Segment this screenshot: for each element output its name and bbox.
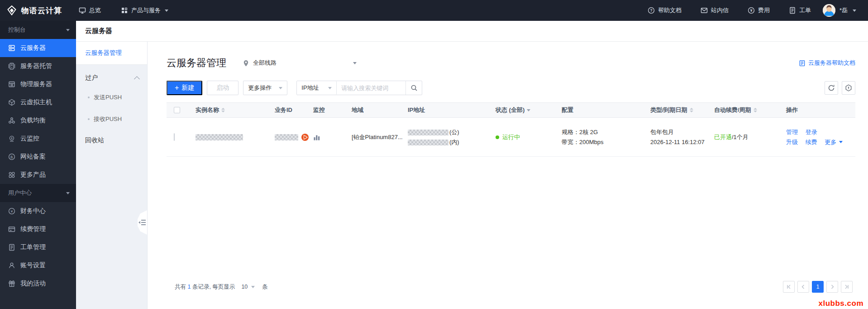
more-link[interactable]: 更多 [825,137,843,147]
svg-text:备: 备 [10,155,14,159]
column-header[interactable]: 实例名称 [196,106,275,114]
sidebar-item[interactable]: 更多产品 [0,166,76,184]
submenu-item[interactable]: 发送PUSH [76,93,147,102]
location-pin-icon [243,60,249,67]
beian-icon: 备 [8,153,15,160]
more-actions-select[interactable]: 更多操作 [243,81,287,95]
mail-icon [701,7,708,14]
ticket-manage-icon [8,244,15,251]
record-count: 1 [187,284,191,290]
sort-icon[interactable] [754,108,757,112]
navbar-menu: 总览产品与服务 [79,6,168,14]
search-input[interactable] [337,81,405,95]
sidebar-item[interactable]: 我的活动 [0,275,76,293]
next-page-icon [830,284,835,290]
page-size-select[interactable]: 10 [241,284,255,290]
monitor-chart-icon[interactable] [313,134,352,141]
submenu-group-label: 过户 [85,74,98,82]
prev-page-button[interactable] [797,281,809,293]
page-size-caret-icon [251,286,255,288]
virtual-host-icon [8,99,15,106]
instance-name-censored[interactable] [196,134,243,140]
select-all-checkbox[interactable] [174,107,180,113]
table-footer: 共有 1 条记录, 每页显示 10 条 [175,281,853,293]
manage-link[interactable]: 管理 [786,127,798,137]
avatar [823,4,835,17]
panel-collapse-handle[interactable] [138,210,147,235]
column-header[interactable]: 自动续费/周期 [714,106,786,114]
sidebar-section-header[interactable]: 控制台 [0,21,76,39]
column-header[interactable] [167,107,196,113]
user-caret-icon [853,10,856,12]
menu-bars-icon [141,220,146,225]
sidebar-item[interactable]: 备网站备案 [0,148,76,166]
column-settings-button[interactable] [842,81,855,95]
search-button[interactable] [405,81,422,95]
sidebar-item[interactable]: 云虚拟主机 [0,93,76,111]
sidebar: 控制台云服务器服务器托管物理服务器云虚拟主机负载均衡云监控备网站备案更多产品用户… [0,21,76,309]
nav-item[interactable]: 总览 [79,6,101,14]
brand-name: 物语云计算 [21,5,62,16]
renew-link[interactable]: 续费 [806,137,817,147]
nav-item[interactable]: 站内信 [701,6,729,14]
business-id-censored [275,134,298,140]
sidebar-item[interactable]: 续费管理 [0,220,76,238]
sidebar-item[interactable]: 工单管理 [0,238,76,256]
create-button[interactable]: + 新建 [167,81,202,95]
first-page-button[interactable] [783,281,795,293]
sort-icon[interactable] [221,108,225,112]
start-button[interactable]: 启动 [207,81,238,95]
sidebar-item[interactable]: 物理服务器 [0,75,76,93]
column-header[interactable]: 类型/到期日期 [650,106,714,114]
cloud-server-icon [8,44,15,52]
page-1-button[interactable]: 1 [812,281,824,293]
line-filter-select[interactable]: 全部线路 [243,59,357,67]
line-filter-value: 全部线路 [253,59,277,67]
sidebar-item[interactable]: 服务器托管 [0,57,76,75]
user-menu[interactable]: *磊 [823,4,856,17]
nav-item[interactable]: ¥费用 [748,6,770,14]
sidebar-section-header[interactable]: 用户中心 [0,184,76,202]
help-doc-link[interactable]: 云服务器帮助文档 [799,59,855,67]
upgrade-link[interactable]: 升级 [786,137,798,147]
next-page-button[interactable] [826,281,838,293]
column-header: 业务ID [275,106,313,114]
sidebar-item[interactable]: ¥财务中心 [0,202,76,220]
column-header: 监控 [313,106,352,114]
column-header[interactable]: 状态 (全部) [496,106,562,114]
caret-down-icon [66,29,70,31]
ubuntu-os-icon [301,134,309,141]
sidebar-item[interactable]: 负载均衡 [0,111,76,130]
breadcrumb-title: 云服务器 [85,27,112,35]
submenu-item-server-manage[interactable]: 云服务器管理 [85,49,147,57]
nav-item[interactable]: 产品与服务 [121,6,168,14]
last-page-button[interactable] [841,281,853,293]
brand[interactable]: 物语云计算 [0,5,72,16]
sidebar-item[interactable]: 云服务器 [0,39,76,57]
submenu-panel: 云服务器管理 过户 发送PUSH接收PUSH 回收站 [76,42,148,309]
more-products-icon [8,171,15,179]
submenu-group-transfer[interactable]: 过户 [76,65,147,82]
pagination: 1 [783,281,853,293]
status-dot [496,135,499,139]
search-type-select[interactable]: IP地址 [297,81,337,95]
nav-item[interactable]: 工单 [789,6,811,14]
sort-icon[interactable] [690,108,693,112]
sidebar-item[interactable]: 账号设置 [0,256,76,275]
row-checkbox[interactable] [174,133,175,141]
sidebar-item[interactable]: 云监控 [0,130,76,148]
column-header: IP地址 [408,106,496,114]
nav-item[interactable]: ?帮助文档 [648,6,682,14]
search-group: IP地址 [296,81,422,95]
submenu-item[interactable]: 接收PUSH [76,115,147,124]
column-header: 配置 [562,106,650,114]
refresh-button[interactable] [825,81,838,95]
svg-text:?: ? [650,8,652,13]
settings-gear-icon [845,84,852,92]
region-cell: [铂金Platinum827... [352,133,408,141]
submenu-item-recycle-bin[interactable]: 回收站 [76,136,147,145]
plus-icon: + [175,84,179,92]
products-grid-icon [121,7,128,14]
login-link[interactable]: 登录 [806,127,817,137]
filter-caret-icon[interactable] [527,109,530,111]
